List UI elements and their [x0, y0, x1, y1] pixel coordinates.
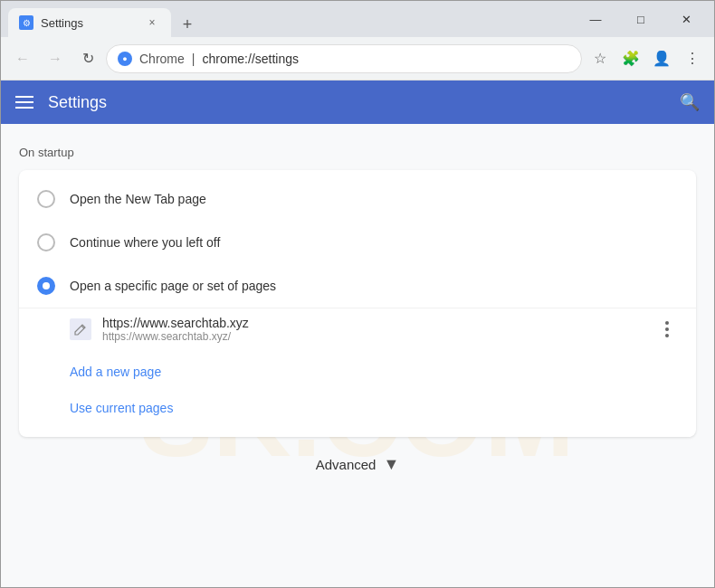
profile-button[interactable]: 👤 — [647, 44, 676, 73]
edit-icon — [74, 323, 87, 336]
option-specific[interactable]: Open a specific page or set of pages — [19, 264, 696, 308]
advanced-section[interactable]: Advanced ▼ — [19, 437, 696, 492]
settings-page-title: Settings — [48, 93, 665, 112]
back-button[interactable]: ← — [8, 44, 37, 73]
address-bar[interactable]: ● Chrome | chrome://settings — [106, 44, 582, 73]
tab-close-button[interactable]: × — [144, 14, 160, 31]
tab-strip: ⚙ Settings × + — [8, 1, 571, 37]
advanced-arrow-icon: ▼ — [383, 455, 399, 474]
close-button[interactable]: ✕ — [665, 5, 707, 33]
settings-header: Settings 🔍 — [1, 81, 714, 124]
radio-specific[interactable] — [37, 277, 55, 295]
toolbar: ← → ↻ ● Chrome | chrome://settings ☆ 🧩 👤… — [1, 37, 714, 81]
address-url: chrome://settings — [202, 52, 299, 66]
hamburger-menu[interactable] — [15, 96, 33, 109]
add-page-link[interactable]: Add a new page — [19, 354, 696, 390]
option-new-tab-label: Open the New Tab page — [70, 192, 206, 206]
option-new-tab[interactable]: Open the New Tab page — [19, 177, 696, 221]
option-specific-label: Open a specific page or set of pages — [70, 279, 276, 293]
page-url-main: https://www.searchtab.xyz — [102, 316, 645, 330]
refresh-button[interactable]: ↻ — [73, 44, 102, 73]
extensions-button[interactable]: 🧩 — [616, 44, 645, 73]
new-tab-button[interactable]: + — [175, 12, 200, 37]
site-favicon: ● — [118, 52, 132, 66]
page-url-sub: https://www.searchtab.xyz/ — [102, 330, 645, 343]
tab-title: Settings — [41, 16, 83, 30]
active-tab[interactable]: ⚙ Settings × — [8, 8, 171, 37]
option-continue-label: Continue where you left off — [70, 235, 220, 250]
page-entry-menu-button[interactable] — [656, 318, 678, 340]
menu-button[interactable]: ⋮ — [678, 44, 707, 73]
bookmark-button[interactable]: ☆ — [586, 44, 615, 73]
startup-options-card: Open the New Tab page Continue where you… — [19, 170, 696, 437]
minimize-button[interactable]: — — [575, 5, 616, 33]
radio-new-tab[interactable] — [37, 190, 55, 208]
content-area: PCSK.COM On startup Open the New Tab pag… — [1, 124, 714, 587]
action-links: Add a new page Use current pages — [19, 350, 696, 430]
title-bar: ⚙ Settings × + — □ ✕ — [1, 1, 714, 37]
address-separator: | — [192, 52, 195, 66]
settings-search-button[interactable]: 🔍 — [680, 92, 700, 112]
toolbar-actions: ☆ 🧩 👤 ⋮ — [586, 44, 707, 73]
on-startup-title: On startup — [19, 146, 696, 159]
page-entry-icon — [70, 318, 91, 340]
settings-content: PCSK.COM On startup Open the New Tab pag… — [1, 124, 714, 587]
advanced-label: Advanced — [316, 457, 377, 472]
page-entry: https://www.searchtab.xyz https://www.se… — [19, 308, 696, 350]
option-continue[interactable]: Continue where you left off — [19, 221, 696, 264]
page-entry-text: https://www.searchtab.xyz https://www.se… — [102, 316, 645, 343]
site-name: Chrome — [139, 52, 185, 66]
browser-window: ⚙ Settings × + — □ ✕ ← → ↻ ● Chrome | ch… — [0, 0, 715, 588]
use-current-link[interactable]: Use current pages — [19, 390, 696, 426]
forward-button[interactable]: → — [41, 44, 70, 73]
maximize-button[interactable]: □ — [620, 5, 662, 33]
window-controls: — □ ✕ — [575, 5, 707, 33]
radio-continue[interactable] — [37, 233, 55, 251]
tab-favicon: ⚙ — [19, 15, 33, 30]
